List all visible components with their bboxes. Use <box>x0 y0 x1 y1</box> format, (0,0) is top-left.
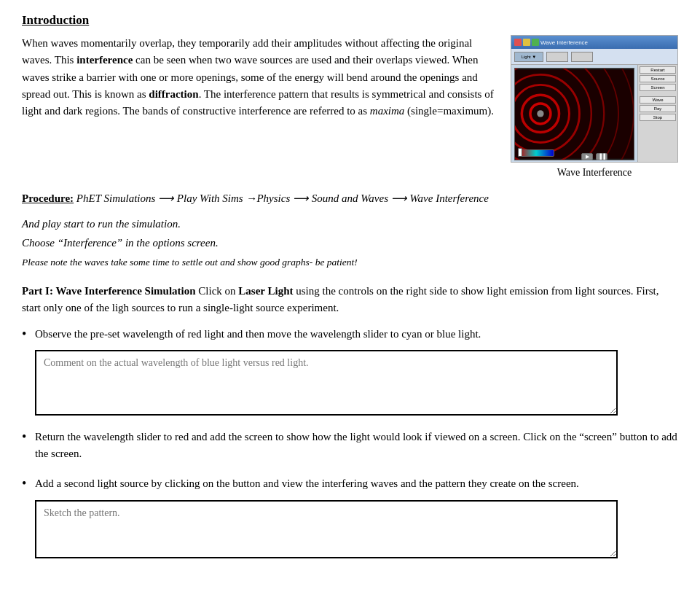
sim-toolbar: Light ▼ <box>511 49 677 65</box>
simulation-screenshot: Wave Interference Light ▼ <box>511 35 678 163</box>
textbox2-container <box>35 500 678 561</box>
play-line-1: And play start to run the simulation. <box>22 215 678 234</box>
bullet-text-2: Return the wavelength slider to red and … <box>35 429 678 463</box>
part1-title-block: Part I: Wave Interference Simulation Cli… <box>22 283 678 317</box>
ctrl-btn-5: Ray <box>640 105 676 112</box>
textbox1-container <box>35 350 678 418</box>
ctrl-btn-6: Stop <box>640 114 676 121</box>
bullet-dot-2: • <box>22 430 29 463</box>
ctrl-btn-1: Restart <box>640 66 676 74</box>
note-line: Please note the waves take some time to … <box>22 257 678 268</box>
sim-controls-panel: Restart Source Screen Wave Ray Stop <box>637 65 677 163</box>
bullet-item-3: • Add a second light source by clicking … <box>22 475 678 492</box>
page-title: Introduction <box>22 13 678 28</box>
part1-title: Part I: Wave Interference Simulation <box>22 285 196 297</box>
ctrl-btn-2: Source <box>640 75 676 82</box>
intro-italic-maxima: maxima <box>370 105 405 117</box>
sim-canvas-area <box>514 68 634 160</box>
screenshot-caption: Wave Interference <box>557 167 632 179</box>
screenshot-container: Wave Interference Light ▼ <box>511 35 678 179</box>
intro-paragraph: When waves momentarily overlap, they tem… <box>22 35 498 179</box>
ctrl-btn-4: Wave <box>640 96 676 104</box>
part1-section: Part I: Wave Interference Simulation Cli… <box>22 283 678 561</box>
svg-point-1 <box>537 110 543 117</box>
part1-laser-light: Laser Light <box>238 285 293 297</box>
bullet-dot-1: • <box>22 327 29 343</box>
intro-bold-diffraction: diffraction <box>149 88 198 100</box>
procedure-path: PhET Simulations ⟶ Play With Sims →Physi… <box>76 192 489 204</box>
ctrl-btn-3: Screen <box>640 84 676 91</box>
bullet-text-3: Add a second light source by clicking on… <box>35 475 579 492</box>
play-line-2: Choose “Interference” in the options scr… <box>22 234 678 253</box>
procedure-line: Procedure: PhET Simulations ⟶ Play With … <box>22 192 678 205</box>
comment-textbox[interactable] <box>35 350 618 416</box>
bullet-text-1: Observe the pre-set wavelength of red li… <box>35 326 481 343</box>
sim-titlebar-text: Wave Interference <box>540 39 675 46</box>
part1-text-1: Click on <box>196 285 239 297</box>
bullet-list-2: • Return the wavelength slider to red an… <box>22 429 678 463</box>
bullet-list: • Observe the pre-set wavelength of red … <box>22 326 678 343</box>
procedure-label: Procedure: <box>22 192 74 204</box>
bullet-item-2: • Return the wavelength slider to red an… <box>22 429 678 463</box>
sketch-textbox[interactable] <box>35 500 618 558</box>
play-instructions: And play start to run the simulation. Ch… <box>22 215 678 252</box>
svg-rect-0 <box>515 69 634 158</box>
bullet-list-3: • Add a second light source by clicking … <box>22 475 678 492</box>
intro-bold-interference: interference <box>76 54 133 66</box>
bullet-dot-3: • <box>22 477 29 492</box>
intro-text-4: (single=maximum). <box>404 105 494 117</box>
intro-section: When waves momentarily overlap, they tem… <box>22 35 678 179</box>
bullet-item-1: • Observe the pre-set wavelength of red … <box>22 326 678 343</box>
